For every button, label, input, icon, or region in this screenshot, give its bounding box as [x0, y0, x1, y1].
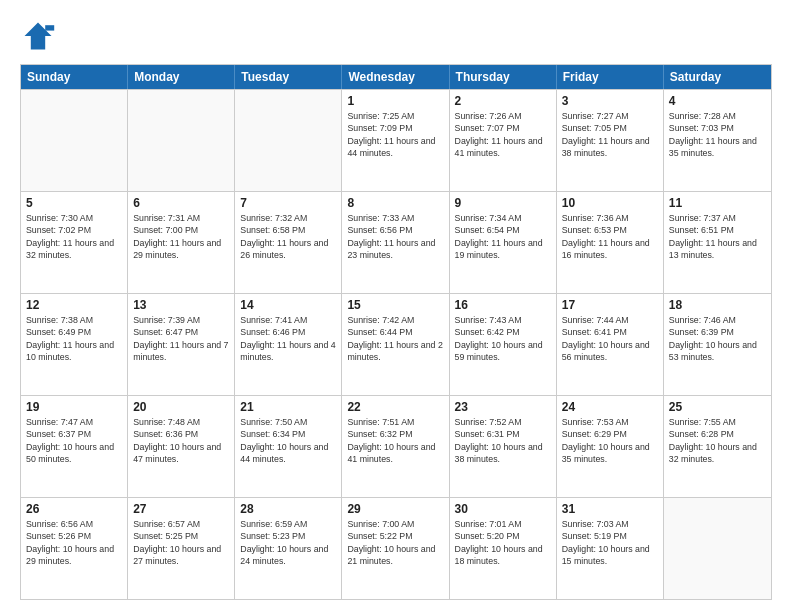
cell-info: Sunrise: 7:43 AM Sunset: 6:42 PM Dayligh…	[455, 314, 551, 363]
calendar-cell: 31Sunrise: 7:03 AM Sunset: 5:19 PM Dayli…	[557, 498, 664, 599]
calendar-cell: 23Sunrise: 7:52 AM Sunset: 6:31 PM Dayli…	[450, 396, 557, 497]
cell-day-number: 2	[455, 94, 551, 108]
calendar-cell: 5Sunrise: 7:30 AM Sunset: 7:02 PM Daylig…	[21, 192, 128, 293]
cell-info: Sunrise: 7:25 AM Sunset: 7:09 PM Dayligh…	[347, 110, 443, 159]
cell-info: Sunrise: 7:53 AM Sunset: 6:29 PM Dayligh…	[562, 416, 658, 465]
calendar-week-5: 26Sunrise: 6:56 AM Sunset: 5:26 PM Dayli…	[21, 497, 771, 599]
calendar-cell: 4Sunrise: 7:28 AM Sunset: 7:03 PM Daylig…	[664, 90, 771, 191]
calendar-cell: 3Sunrise: 7:27 AM Sunset: 7:05 PM Daylig…	[557, 90, 664, 191]
cell-day-number: 13	[133, 298, 229, 312]
cell-info: Sunrise: 7:34 AM Sunset: 6:54 PM Dayligh…	[455, 212, 551, 261]
calendar-week-3: 12Sunrise: 7:38 AM Sunset: 6:49 PM Dayli…	[21, 293, 771, 395]
calendar-cell: 15Sunrise: 7:42 AM Sunset: 6:44 PM Dayli…	[342, 294, 449, 395]
calendar-cell: 24Sunrise: 7:53 AM Sunset: 6:29 PM Dayli…	[557, 396, 664, 497]
calendar-cell: 12Sunrise: 7:38 AM Sunset: 6:49 PM Dayli…	[21, 294, 128, 395]
calendar-cell: 8Sunrise: 7:33 AM Sunset: 6:56 PM Daylig…	[342, 192, 449, 293]
cell-info: Sunrise: 6:56 AM Sunset: 5:26 PM Dayligh…	[26, 518, 122, 567]
calendar-cell: 18Sunrise: 7:46 AM Sunset: 6:39 PM Dayli…	[664, 294, 771, 395]
calendar-cell: 26Sunrise: 6:56 AM Sunset: 5:26 PM Dayli…	[21, 498, 128, 599]
cell-day-number: 6	[133, 196, 229, 210]
calendar-cell: 28Sunrise: 6:59 AM Sunset: 5:23 PM Dayli…	[235, 498, 342, 599]
cell-info: Sunrise: 7:41 AM Sunset: 6:46 PM Dayligh…	[240, 314, 336, 363]
cell-day-number: 10	[562, 196, 658, 210]
calendar-cell	[21, 90, 128, 191]
cell-day-number: 15	[347, 298, 443, 312]
cell-info: Sunrise: 7:51 AM Sunset: 6:32 PM Dayligh…	[347, 416, 443, 465]
calendar-cell: 14Sunrise: 7:41 AM Sunset: 6:46 PM Dayli…	[235, 294, 342, 395]
calendar-cell: 20Sunrise: 7:48 AM Sunset: 6:36 PM Dayli…	[128, 396, 235, 497]
cell-info: Sunrise: 7:30 AM Sunset: 7:02 PM Dayligh…	[26, 212, 122, 261]
cell-info: Sunrise: 7:31 AM Sunset: 7:00 PM Dayligh…	[133, 212, 229, 261]
cell-day-number: 25	[669, 400, 766, 414]
calendar-cell: 19Sunrise: 7:47 AM Sunset: 6:37 PM Dayli…	[21, 396, 128, 497]
cell-info: Sunrise: 7:44 AM Sunset: 6:41 PM Dayligh…	[562, 314, 658, 363]
cell-day-number: 20	[133, 400, 229, 414]
day-header-wednesday: Wednesday	[342, 65, 449, 89]
calendar-cell: 9Sunrise: 7:34 AM Sunset: 6:54 PM Daylig…	[450, 192, 557, 293]
day-header-sunday: Sunday	[21, 65, 128, 89]
cell-info: Sunrise: 7:01 AM Sunset: 5:20 PM Dayligh…	[455, 518, 551, 567]
cell-info: Sunrise: 7:55 AM Sunset: 6:28 PM Dayligh…	[669, 416, 766, 465]
cell-day-number: 4	[669, 94, 766, 108]
cell-day-number: 8	[347, 196, 443, 210]
cell-info: Sunrise: 7:52 AM Sunset: 6:31 PM Dayligh…	[455, 416, 551, 465]
cell-day-number: 3	[562, 94, 658, 108]
calendar-cell: 25Sunrise: 7:55 AM Sunset: 6:28 PM Dayli…	[664, 396, 771, 497]
calendar-cell: 27Sunrise: 6:57 AM Sunset: 5:25 PM Dayli…	[128, 498, 235, 599]
cell-day-number: 31	[562, 502, 658, 516]
cell-day-number: 17	[562, 298, 658, 312]
cell-info: Sunrise: 7:47 AM Sunset: 6:37 PM Dayligh…	[26, 416, 122, 465]
calendar: SundayMondayTuesdayWednesdayThursdayFrid…	[20, 64, 772, 600]
cell-day-number: 22	[347, 400, 443, 414]
cell-info: Sunrise: 7:00 AM Sunset: 5:22 PM Dayligh…	[347, 518, 443, 567]
calendar-cell: 6Sunrise: 7:31 AM Sunset: 7:00 PM Daylig…	[128, 192, 235, 293]
calendar-week-4: 19Sunrise: 7:47 AM Sunset: 6:37 PM Dayli…	[21, 395, 771, 497]
cell-day-number: 24	[562, 400, 658, 414]
calendar-cell: 17Sunrise: 7:44 AM Sunset: 6:41 PM Dayli…	[557, 294, 664, 395]
cell-day-number: 21	[240, 400, 336, 414]
cell-info: Sunrise: 7:46 AM Sunset: 6:39 PM Dayligh…	[669, 314, 766, 363]
calendar-cell: 10Sunrise: 7:36 AM Sunset: 6:53 PM Dayli…	[557, 192, 664, 293]
cell-info: Sunrise: 7:28 AM Sunset: 7:03 PM Dayligh…	[669, 110, 766, 159]
calendar-week-1: 1Sunrise: 7:25 AM Sunset: 7:09 PM Daylig…	[21, 89, 771, 191]
svg-marker-1	[45, 25, 54, 30]
cell-day-number: 7	[240, 196, 336, 210]
calendar-cell: 30Sunrise: 7:01 AM Sunset: 5:20 PM Dayli…	[450, 498, 557, 599]
calendar-cell	[128, 90, 235, 191]
day-header-monday: Monday	[128, 65, 235, 89]
header	[20, 18, 772, 54]
day-header-saturday: Saturday	[664, 65, 771, 89]
cell-day-number: 27	[133, 502, 229, 516]
calendar-header: SundayMondayTuesdayWednesdayThursdayFrid…	[21, 65, 771, 89]
calendar-cell: 22Sunrise: 7:51 AM Sunset: 6:32 PM Dayli…	[342, 396, 449, 497]
calendar-cell	[235, 90, 342, 191]
cell-day-number: 5	[26, 196, 122, 210]
cell-info: Sunrise: 7:48 AM Sunset: 6:36 PM Dayligh…	[133, 416, 229, 465]
cell-info: Sunrise: 7:36 AM Sunset: 6:53 PM Dayligh…	[562, 212, 658, 261]
cell-info: Sunrise: 7:42 AM Sunset: 6:44 PM Dayligh…	[347, 314, 443, 363]
cell-info: Sunrise: 6:57 AM Sunset: 5:25 PM Dayligh…	[133, 518, 229, 567]
cell-day-number: 19	[26, 400, 122, 414]
cell-day-number: 9	[455, 196, 551, 210]
calendar-cell: 29Sunrise: 7:00 AM Sunset: 5:22 PM Dayli…	[342, 498, 449, 599]
cell-info: Sunrise: 7:03 AM Sunset: 5:19 PM Dayligh…	[562, 518, 658, 567]
calendar-cell: 1Sunrise: 7:25 AM Sunset: 7:09 PM Daylig…	[342, 90, 449, 191]
cell-day-number: 1	[347, 94, 443, 108]
cell-info: Sunrise: 7:33 AM Sunset: 6:56 PM Dayligh…	[347, 212, 443, 261]
cell-info: Sunrise: 7:26 AM Sunset: 7:07 PM Dayligh…	[455, 110, 551, 159]
calendar-cell: 2Sunrise: 7:26 AM Sunset: 7:07 PM Daylig…	[450, 90, 557, 191]
page: SundayMondayTuesdayWednesdayThursdayFrid…	[0, 0, 792, 612]
day-header-tuesday: Tuesday	[235, 65, 342, 89]
cell-info: Sunrise: 6:59 AM Sunset: 5:23 PM Dayligh…	[240, 518, 336, 567]
logo	[20, 18, 60, 54]
cell-info: Sunrise: 7:39 AM Sunset: 6:47 PM Dayligh…	[133, 314, 229, 363]
day-header-friday: Friday	[557, 65, 664, 89]
cell-info: Sunrise: 7:50 AM Sunset: 6:34 PM Dayligh…	[240, 416, 336, 465]
cell-day-number: 14	[240, 298, 336, 312]
cell-day-number: 26	[26, 502, 122, 516]
cell-day-number: 23	[455, 400, 551, 414]
cell-info: Sunrise: 7:38 AM Sunset: 6:49 PM Dayligh…	[26, 314, 122, 363]
cell-day-number: 11	[669, 196, 766, 210]
cell-day-number: 18	[669, 298, 766, 312]
cell-info: Sunrise: 7:27 AM Sunset: 7:05 PM Dayligh…	[562, 110, 658, 159]
